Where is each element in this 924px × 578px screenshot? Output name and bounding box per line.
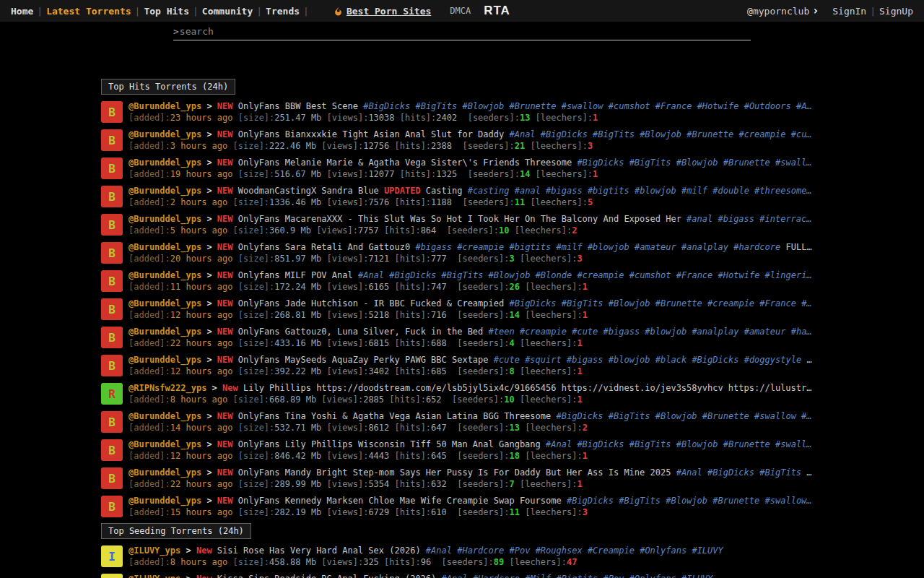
tag-link[interactable]: #BigTits [562, 298, 603, 309]
tag-link[interactable]: #hardcore [733, 242, 780, 252]
tag-link[interactable]: #analplay [692, 327, 738, 337]
uploader-avatar[interactable]: B [101, 327, 123, 348]
torrent-title-link[interactable]: Kissa Sins Roadside BG Anal Fucking (202… [217, 574, 436, 578]
tag-link[interactable]: #ILUVY [681, 574, 712, 578]
tag-link[interactable]: #BigTits [609, 411, 650, 421]
tag-link[interactable]: #blowjob [588, 242, 629, 252]
tag-link[interactable]: #lingeri… [765, 270, 812, 280]
tag-link[interactable]: #milf [557, 242, 583, 252]
uploader-avatar[interactable]: R [101, 383, 123, 405]
tag-link[interactable]: #creampie [738, 129, 785, 139]
tag-link[interactable]: #swallow… [765, 496, 812, 506]
tag-link[interactable]: #Brunette [712, 496, 759, 506]
tag-link[interactable]: #bigass [546, 186, 583, 196]
uploader-link[interactable]: @Burunddel_yps [128, 129, 201, 139]
tag-link[interactable]: #doggystyle [744, 355, 801, 365]
uploader-avatar[interactable]: B [101, 496, 123, 517]
tag-link[interactable]: #Anal [358, 270, 384, 280]
torrent-title-link[interactable]: Onlyfans MaySeeds AquaZay Perky PAWG BBC… [238, 355, 489, 365]
tag-link[interactable]: #BigTits [415, 101, 457, 111]
tag-link[interactable]: #casting [468, 186, 510, 196]
tag-link[interactable]: #BigDicks [567, 496, 614, 506]
tag-link[interactable]: #bigass [415, 242, 452, 252]
search-box[interactable]: > [173, 23, 751, 40]
tag-link[interactable]: #Blowjob [640, 129, 681, 139]
tag-link[interactable]: #… [801, 298, 811, 309]
tag-link[interactable]: #swall… [775, 439, 812, 449]
uploader-avatar[interactable]: B [101, 270, 123, 292]
uploader-link[interactable]: @ILUVY_yps [128, 574, 180, 578]
tag-link[interactable]: #cumshot [609, 101, 650, 111]
tag-link[interactable]: #Hardcore [457, 545, 504, 556]
tag-link[interactable]: #Roughsex [536, 545, 583, 556]
tag-link[interactable]: #double [712, 186, 749, 196]
tag-link[interactable]: #BigDicks [509, 298, 556, 309]
tag-link[interactable]: #… [801, 411, 811, 421]
tag-link[interactable]: #threesome… [754, 186, 811, 196]
tag-link[interactable]: #teen [489, 327, 515, 337]
tag-link[interactable]: #Brunette [510, 101, 557, 111]
tag-link[interactable]: #blowjob [645, 327, 687, 337]
torrent-title-link[interactable]: OnlyFans Tina Yoshi & Agatha Vega Asian … [238, 411, 551, 421]
tag-link[interactable]: #creampie [707, 298, 754, 309]
tag-link[interactable]: #Bigtits [557, 574, 598, 578]
tag-link[interactable]: #bigass [718, 214, 754, 224]
tag-link[interactable]: #anal [515, 186, 541, 196]
tag-link[interactable]: #creampie [520, 327, 567, 337]
tag-link[interactable]: #creampie [457, 242, 504, 252]
uploader-avatar[interactable]: B [101, 439, 123, 461]
tag-link[interactable]: #Blowjob [462, 101, 504, 111]
uploader-link[interactable]: @Burunddel_yps [128, 242, 201, 252]
tag-link[interactable]: #BigTits [619, 496, 661, 506]
tag-link[interactable]: #blowjob [635, 186, 676, 196]
uploader-avatar[interactable]: B [101, 186, 123, 207]
uploader-link[interactable]: @Burunddel_yps [128, 496, 201, 506]
tag-link[interactable]: #Brunette [723, 439, 770, 449]
tag-link[interactable]: #Hotwife [697, 101, 739, 111]
nav-item-top-hits[interactable]: Top Hits [140, 6, 193, 17]
tag-link[interactable]: #Blowjob [676, 439, 718, 449]
nav-item-latest-torrents[interactable]: Latest Torrents [43, 6, 134, 17]
tag-link[interactable]: #BigDicks [556, 411, 603, 421]
tag-link[interactable]: #Pov [603, 574, 624, 578]
signin-link[interactable]: SignIn [829, 6, 870, 17]
uploader-link[interactable]: @Burunddel_yps [128, 439, 201, 449]
best-porn-sites-link[interactable]: Best Porn Sites [334, 6, 431, 17]
torrent-title-link[interactable]: OnlyFans Bianxxxkie Tight Asian Anal Slu… [238, 129, 504, 139]
tag-link[interactable]: #Blowjob [666, 496, 707, 506]
tag-link[interactable]: #creampie [577, 270, 624, 280]
tag-link[interactable]: #BigTits [759, 467, 801, 478]
tag-link[interactable]: #BigDicks [541, 129, 588, 139]
tag-link[interactable]: #Onlyfans [629, 574, 676, 578]
tag-link[interactable]: #bigass [567, 355, 603, 365]
tag-link[interactable]: #France [676, 270, 713, 280]
tag-link[interactable]: #Brunette [702, 411, 749, 421]
tag-link[interactable]: #cute [572, 327, 598, 337]
tag-link[interactable]: #BigDicks [707, 467, 754, 478]
tag-link[interactable]: #Blowjob [489, 270, 531, 280]
tag-link[interactable]: #Anal [509, 129, 535, 139]
uploader-avatar[interactable]: B [101, 242, 123, 264]
tag-link[interactable]: #bigass [603, 327, 640, 337]
uploader-avatar[interactable]: B [101, 101, 123, 123]
tag-link[interactable]: #interrac… [759, 214, 811, 224]
torrent-title-link[interactable]: Onlyfans Sara Retali And Gattouz0 [238, 242, 410, 252]
uploader-link[interactable]: @Burunddel_yps [128, 101, 201, 111]
tag-link[interactable]: #ha… [791, 327, 812, 337]
tag-link[interactable]: #bigtits [510, 242, 552, 252]
tag-link[interactable]: #analplay [681, 242, 728, 252]
uploader-link[interactable]: @Burunddel_yps [128, 355, 201, 365]
dmca-link[interactable]: DMCA [450, 6, 471, 16]
tag-link[interactable]: #Blowjob [609, 298, 650, 309]
torrent-title-link[interactable]: OnlyFans Melanie Marie & Agatha Vega Sis… [238, 158, 572, 168]
uploader-link[interactable]: @Burunddel_yps [128, 214, 201, 224]
uploader-avatar[interactable]: B [101, 467, 123, 489]
tag-link[interactable]: #BigTits [629, 158, 671, 168]
torrent-title-link[interactable]: Onlyfans MILF POV Anal [238, 270, 353, 280]
tag-link[interactable]: #blowjob [609, 355, 650, 365]
tag-link[interactable]: #BigTits [593, 129, 635, 139]
uploader-link[interactable]: @Burunddel_yps [128, 158, 201, 168]
tag-link[interactable]: #Onlyfans [640, 545, 687, 556]
uploader-avatar[interactable]: I [101, 574, 123, 578]
uploader-avatar[interactable]: B [101, 214, 123, 236]
